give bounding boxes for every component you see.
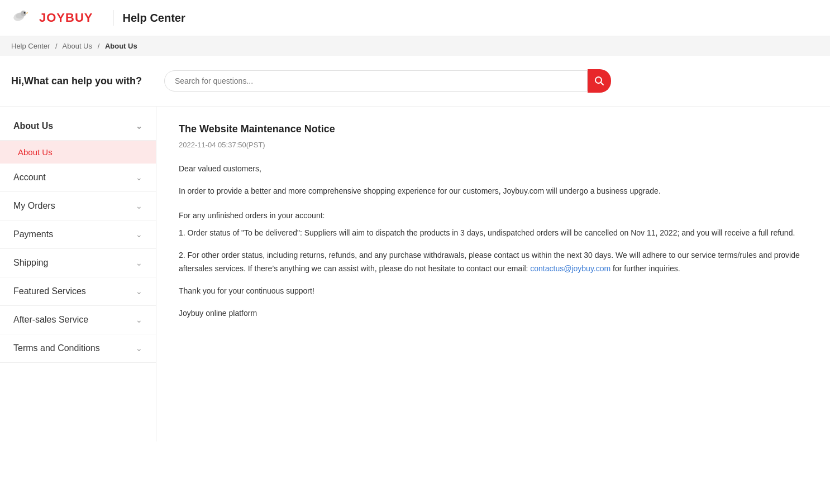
chevron-up-icon: ⌄ [136, 122, 142, 131]
header-divider [113, 10, 113, 26]
breadcrumb-sep-1: / [55, 42, 58, 50]
main-layout: About Us ⌄ About Us Account ⌄ My Orders … [0, 107, 830, 441]
svg-line-6 [601, 83, 604, 85]
sidebar-item-about-us[interactable]: About Us ⌄ [0, 112, 156, 141]
article-point1: 1. Order status of "To be delivered": Su… [179, 227, 808, 240]
sidebar-sub-item-about-us[interactable]: About Us [0, 141, 156, 164]
search-button[interactable] [588, 69, 611, 93]
svg-point-2 [21, 11, 26, 16]
sidebar-item-aftersales[interactable]: After-sales Service ⌄ [0, 306, 156, 334]
sidebar-item-my-orders[interactable]: My Orders ⌄ [0, 192, 156, 220]
sidebar-label-my-orders: My Orders [13, 201, 55, 211]
article-date: 2022-11-04 05:37:50(PST) [179, 141, 808, 149]
sidebar-item-payments[interactable]: Payments ⌄ [0, 220, 156, 249]
sidebar-label-about-us: About Us [13, 121, 53, 131]
article-thanks: Thank you for your continuous support! [179, 285, 808, 298]
search-input[interactable] [164, 70, 588, 92]
svg-marker-4 [26, 12, 28, 14]
sidebar-label-account: Account [13, 172, 46, 183]
breadcrumb-help-center[interactable]: Help Center [11, 42, 50, 50]
article-title: The Website Maintenance Notice [179, 123, 808, 135]
article-greeting: Dear valued customers, [179, 162, 808, 176]
sidebar-label-terms: Terms and Conditions [13, 343, 100, 353]
breadcrumb-current: About Us [105, 42, 137, 50]
search-section: Hi,What can help you with? [0, 56, 830, 107]
chevron-down-icon-terms: ⌄ [136, 344, 142, 353]
article-platform: Joybuy online platform [179, 307, 808, 320]
sidebar-item-shipping[interactable]: Shipping ⌄ [0, 249, 156, 277]
chevron-down-icon-payments: ⌄ [136, 230, 142, 239]
article-unfinished-header: For any unfinished orders in your accoun… [179, 209, 808, 223]
chevron-down-icon-aftersales: ⌄ [136, 315, 142, 324]
sidebar-label-payments: Payments [13, 229, 53, 239]
sidebar-item-account[interactable]: Account ⌄ [0, 164, 156, 192]
sidebar-item-terms[interactable]: Terms and Conditions ⌄ [0, 334, 156, 363]
header-title: Help Center [122, 12, 185, 25]
svg-point-3 [24, 12, 26, 14]
sidebar-sub-label-about-us: About Us [18, 147, 53, 157]
header: JOYBUY Help Center [0, 0, 830, 36]
search-wrapper [164, 69, 611, 93]
content-area: The Website Maintenance Notice 2022-11-0… [156, 107, 830, 441]
article-intro: In order to provide a better and more co… [179, 185, 808, 198]
article-body: Dear valued customers, In order to provi… [179, 162, 808, 320]
logo-text: JOYBUY [39, 11, 93, 25]
joybuy-logo-icon [11, 7, 34, 29]
sidebar-label-aftersales: After-sales Service [13, 315, 88, 325]
breadcrumb: Help Center / About Us / About Us [0, 36, 830, 56]
breadcrumb-sep-2: / [98, 42, 100, 50]
article-point2-pre: 2. For other order status, including ret… [179, 251, 800, 273]
chevron-down-icon-featured: ⌄ [136, 287, 142, 296]
chevron-down-icon-account: ⌄ [136, 173, 142, 182]
chevron-down-icon-orders: ⌄ [136, 201, 142, 210]
sidebar-label-shipping: Shipping [13, 258, 48, 268]
breadcrumb-about-us-link[interactable]: About Us [63, 42, 92, 50]
article-point2: 2. For other order status, including ret… [179, 249, 808, 276]
sidebar: About Us ⌄ About Us Account ⌄ My Orders … [0, 107, 156, 441]
search-heading: Hi,What can help you with? [11, 75, 142, 87]
logo-area: JOYBUY [11, 7, 93, 29]
sidebar-item-featured-services[interactable]: Featured Services ⌄ [0, 277, 156, 306]
article-email-link[interactable]: contactus@joybuy.com [530, 264, 610, 273]
search-icon [594, 76, 604, 86]
article-point2-post: for further inquiries. [613, 264, 680, 273]
sidebar-label-featured-services: Featured Services [13, 286, 86, 296]
chevron-down-icon-shipping: ⌄ [136, 258, 142, 267]
